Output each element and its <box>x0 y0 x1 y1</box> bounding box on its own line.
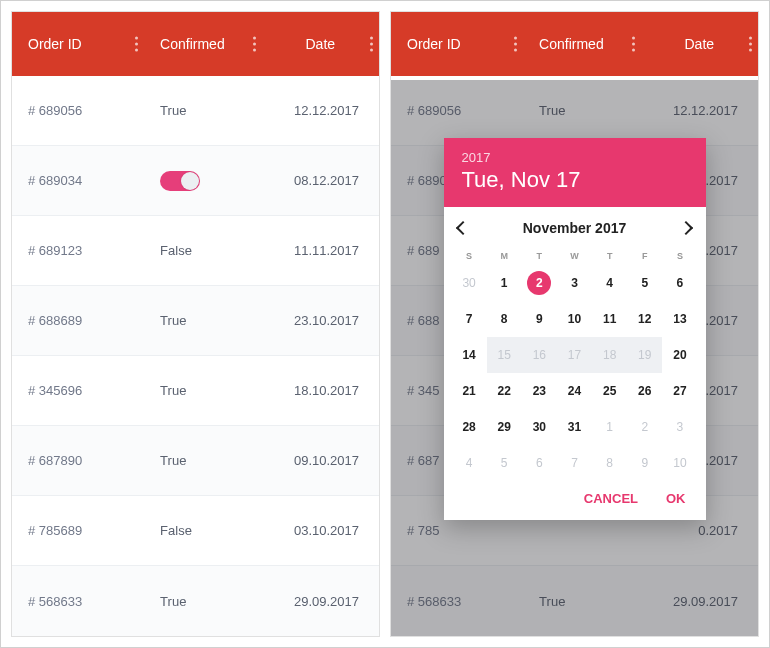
calendar-day[interactable]: 9 <box>627 445 662 481</box>
calendar-day[interactable]: 30 <box>522 409 557 445</box>
prev-month-button[interactable] <box>458 219 468 237</box>
confirmed-toggle[interactable] <box>160 171 200 191</box>
calendar-day[interactable]: 6 <box>662 265 697 301</box>
calendar-day-number: 3 <box>677 420 684 434</box>
weekday-label: S <box>662 247 697 265</box>
calendar-day-number: 20 <box>673 348 686 362</box>
calendar-week: 45678910 <box>444 445 706 481</box>
calendar-day[interactable]: 1 <box>592 409 627 445</box>
calendar-week: 14151617181920 <box>444 337 706 373</box>
calendar-day-number: 1 <box>501 276 508 290</box>
date-picker-header: 2017 Tue, Nov 17 <box>444 138 706 207</box>
calendar-day[interactable]: 7 <box>557 445 592 481</box>
kebab-menu-icon[interactable] <box>253 37 256 52</box>
calendar-day[interactable]: 7 <box>452 301 487 337</box>
calendar-day[interactable]: 28 <box>452 409 487 445</box>
cell-date: 09.10.2017 <box>262 453 379 468</box>
calendar-day[interactable]: 2 <box>627 409 662 445</box>
table-row[interactable]: # 345696True18.10.2017 <box>12 356 379 426</box>
table-row[interactable]: # 785689False03.10.2017 <box>12 496 379 566</box>
calendar-day[interactable]: 17 <box>557 337 592 373</box>
cell-confirmed: False <box>144 523 261 538</box>
calendar-day[interactable]: 10 <box>662 445 697 481</box>
calendar-day[interactable]: 4 <box>592 265 627 301</box>
calendar-day-number: 7 <box>571 456 578 470</box>
calendar-day[interactable]: 6 <box>522 445 557 481</box>
date-picker-year[interactable]: 2017 <box>462 150 688 165</box>
cell-confirmed[interactable] <box>144 171 261 191</box>
calendar-day[interactable]: 20 <box>662 337 697 373</box>
calendar-day[interactable]: 5 <box>627 265 662 301</box>
calendar-day[interactable]: 13 <box>662 301 697 337</box>
cell-date: 18.10.2017 <box>262 383 379 398</box>
col-header-label: Date <box>305 36 335 52</box>
calendar-day[interactable]: 11 <box>592 301 627 337</box>
calendar-day[interactable]: 26 <box>627 373 662 409</box>
calendar-day[interactable]: 24 <box>557 373 592 409</box>
calendar-day[interactable]: 30 <box>452 265 487 301</box>
date-picker-selected-day[interactable]: Tue, Nov 17 <box>462 167 688 193</box>
chevron-right-icon <box>679 221 693 235</box>
date-picker-actions: CANCEL OK <box>444 481 706 520</box>
calendar-day-number: 8 <box>501 312 508 326</box>
calendar-day[interactable]: 9 <box>522 301 557 337</box>
kebab-menu-icon[interactable] <box>514 37 517 52</box>
ok-button[interactable]: OK <box>666 491 686 506</box>
cancel-button[interactable]: CANCEL <box>584 491 638 506</box>
cell-confirmed: True <box>144 594 261 609</box>
calendar-day[interactable]: 29 <box>487 409 522 445</box>
calendar-day[interactable]: 12 <box>627 301 662 337</box>
calendar-day[interactable]: 8 <box>592 445 627 481</box>
calendar-day[interactable]: 21 <box>452 373 487 409</box>
calendar-day[interactable]: 3 <box>557 265 592 301</box>
calendar-day[interactable]: 1 <box>487 265 522 301</box>
col-header-confirmed[interactable]: Confirmed <box>144 12 261 76</box>
col-header-date[interactable]: Date <box>641 12 758 76</box>
calendar-day[interactable]: 4 <box>452 445 487 481</box>
cell-date: 11.11.2017 <box>262 243 379 258</box>
calendar-day[interactable]: 25 <box>592 373 627 409</box>
next-month-button[interactable] <box>681 219 691 237</box>
table-row[interactable]: # 687890True09.10.2017 <box>12 426 379 496</box>
calendar-day[interactable]: 5 <box>487 445 522 481</box>
calendar-day[interactable]: 14 <box>452 337 487 373</box>
date-picker-month-label[interactable]: November 2017 <box>523 220 627 236</box>
calendar-day-number: 2 <box>536 276 543 290</box>
calendar-day-number: 17 <box>568 348 581 362</box>
calendar-day[interactable]: 27 <box>662 373 697 409</box>
cell-order-id: # 345696 <box>12 383 144 398</box>
calendar-day-number: 31 <box>568 420 581 434</box>
col-header-date[interactable]: Date <box>262 12 379 76</box>
table-row[interactable]: # 689056True12.12.2017 <box>12 76 379 146</box>
col-header-confirmed[interactable]: Confirmed <box>523 12 640 76</box>
kebab-menu-icon[interactable] <box>370 37 373 52</box>
cell-order-id: # 689123 <box>12 243 144 258</box>
table-row[interactable]: # 689123False11.11.2017 <box>12 216 379 286</box>
calendar-day[interactable]: 15 <box>487 337 522 373</box>
col-header-label: Order ID <box>28 36 82 52</box>
calendar-day[interactable]: 18 <box>592 337 627 373</box>
calendar-day[interactable]: 2 <box>522 265 557 301</box>
cell-order-id: # 785689 <box>12 523 144 538</box>
table-row[interactable]: # 568633True29.09.2017 <box>12 566 379 636</box>
calendar-day[interactable]: 31 <box>557 409 592 445</box>
calendar-day[interactable]: 3 <box>662 409 697 445</box>
col-header-order-id[interactable]: Order ID <box>12 12 144 76</box>
calendar-day[interactable]: 19 <box>627 337 662 373</box>
kebab-menu-icon[interactable] <box>135 37 138 52</box>
col-header-order-id[interactable]: Order ID <box>391 12 523 76</box>
cell-date: 03.10.2017 <box>262 523 379 538</box>
calendar-day[interactable]: 16 <box>522 337 557 373</box>
calendar-day[interactable]: 10 <box>557 301 592 337</box>
kebab-menu-icon[interactable] <box>749 37 752 52</box>
table-row[interactable]: # 688689True23.10.2017 <box>12 286 379 356</box>
calendar-day[interactable]: 8 <box>487 301 522 337</box>
calendar-day[interactable]: 23 <box>522 373 557 409</box>
cell-date: 29.09.2017 <box>262 594 379 609</box>
calendar-day-number: 15 <box>498 348 511 362</box>
calendar-day[interactable]: 22 <box>487 373 522 409</box>
kebab-menu-icon[interactable] <box>632 37 635 52</box>
calendar-day-number: 4 <box>606 276 613 290</box>
table-row[interactable]: # 68903408.12.2017 <box>12 146 379 216</box>
calendar-day-number: 29 <box>498 420 511 434</box>
